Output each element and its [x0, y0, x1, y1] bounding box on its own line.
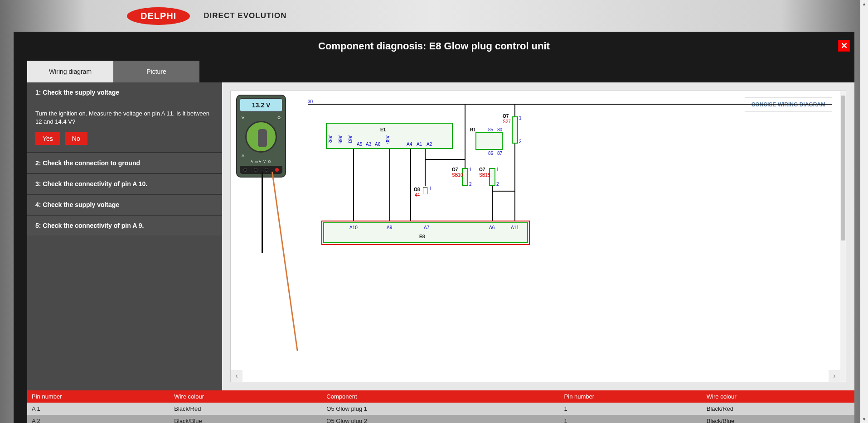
multimeter-ports: [240, 166, 282, 174]
table-cell: 1: [560, 415, 702, 423]
sch-sb10-1: 1: [469, 167, 472, 172]
sch-e8-a6: A6: [489, 225, 495, 230]
window-scrollbar[interactable]: ▲ ▼: [860, 0, 868, 423]
sch-rail-line: [308, 104, 832, 105]
sch-r1-87: 87: [497, 151, 502, 156]
sch-o8: O8: [414, 187, 420, 192]
sch-v-7: [514, 104, 515, 116]
step-1[interactable]: 1: Check the supply voltage: [27, 82, 222, 102]
mm-ohm-label: Ω: [277, 115, 281, 120]
tab-picture[interactable]: Picture: [113, 61, 199, 82]
sch-e8-a7: A7: [424, 225, 429, 230]
sch-o7-sb15: O7: [479, 167, 485, 172]
sch-e1-a2: A2: [427, 142, 432, 147]
sch-o8-sym: [423, 187, 427, 194]
th-wire2: Wire colour: [702, 390, 854, 403]
sch-h-2: [492, 191, 515, 192]
mm-port-com: [265, 168, 268, 172]
sch-e1-a92: A92: [328, 135, 333, 144]
diagram-vertical-scrollbar[interactable]: [840, 91, 846, 382]
table-cell: Black/Red: [702, 403, 854, 415]
sch-e1-a30: A30: [385, 135, 390, 144]
sch-e1-a6: A6: [375, 142, 380, 147]
tabs: Wiring diagram Picture: [27, 61, 854, 82]
page-title: Component diagnosis: E8 Glow plug contro…: [318, 40, 550, 52]
mm-port-ma: [254, 168, 257, 172]
sch-r1-85: 85: [488, 127, 493, 132]
sch-e1-a4: A4: [407, 142, 412, 147]
sch-v-1: [353, 149, 354, 222]
sch-o7-1: O7: [503, 114, 509, 119]
table-row[interactable]: A 2Black/BlueO5 Glow plug 21Black/Blue: [27, 415, 854, 423]
scroll-track[interactable]: [860, 8, 868, 415]
multimeter-reading: 13.2 V: [240, 98, 282, 112]
multimeter-mode-labels: V Ω: [240, 115, 282, 121]
scroll-up-icon[interactable]: ▲: [860, 0, 868, 8]
sch-o8-1: 1: [429, 186, 432, 191]
table-row[interactable]: A 1Black/RedO5 Glow plug 11Black/Red: [27, 403, 854, 415]
table-cell: A 2: [27, 415, 170, 423]
table-cell: Black/Blue: [702, 415, 854, 423]
sch-e8-a10: A10: [349, 225, 358, 230]
scroll-down-icon[interactable]: ▼: [860, 415, 868, 423]
step-1-question: Turn the ignition on. Measure the voltag…: [35, 110, 214, 126]
th-pin2: Pin number: [560, 390, 702, 403]
diagram-scroll-left[interactable]: ‹: [231, 370, 242, 382]
sch-e8-a9: A9: [387, 225, 392, 230]
sch-sb15-2: 2: [496, 182, 499, 187]
sch-s27: S27: [503, 119, 511, 124]
step-2[interactable]: 2: Check the connection to ground: [27, 152, 222, 173]
sch-v-2: [389, 149, 390, 222]
wiring-schematic[interactable]: 30 E1 A92 A69 A61 A5 A3 A6 A30 A4 A1 A2 …: [308, 100, 832, 254]
sch-o8-44: 44: [415, 192, 420, 197]
tab-wiring-diagram[interactable]: Wiring diagram: [27, 61, 113, 82]
content: 1: Check the supply voltage Turn the ign…: [27, 82, 854, 390]
close-button[interactable]: ✕: [838, 40, 850, 52]
sch-r1-86: 86: [488, 151, 493, 156]
sch-v-8: [465, 104, 466, 168]
sch-h-1: [425, 159, 466, 160]
multimeter: 13.2 V V Ω A A mA V Ω: [236, 95, 286, 178]
step-3[interactable]: 3: Check the connectivity of pin A 10.: [27, 173, 222, 194]
diagram-scroll-right[interactable]: ›: [829, 370, 840, 382]
mm-port-labels: A mA V Ω: [240, 159, 282, 164]
sch-r1-label: R1: [470, 127, 476, 132]
multimeter-a-label: A: [240, 153, 282, 159]
sch-s27-1: 1: [519, 115, 522, 120]
sch-e1-a3: A3: [366, 142, 371, 147]
mm-port-a: [243, 168, 247, 172]
step-5[interactable]: 5: Check the connectivity of pin A 9.: [27, 215, 222, 236]
table-cell: 1: [560, 403, 702, 415]
no-button[interactable]: No: [65, 132, 87, 145]
sch-sb15-1: 1: [496, 167, 499, 172]
mm-port-v: [275, 168, 279, 172]
header: DELPHI DIRECT EVOLUTION: [0, 0, 868, 32]
sch-o7-s27-box: [512, 116, 518, 144]
table-cell: Black/Blue: [170, 415, 322, 423]
diagram-panel: CONCISE WIRING DIAGRAM 13.2 V V Ω A A mA…: [230, 91, 846, 382]
sch-s27-2: 2: [519, 139, 522, 144]
probe-red: [272, 172, 298, 351]
th-component: Component: [322, 390, 559, 403]
pin-table: Pin number Wire colour Component Pin num…: [27, 390, 854, 423]
multimeter-dial[interactable]: [245, 121, 277, 153]
title-row: Component diagnosis: E8 Glow plug contro…: [14, 32, 854, 61]
diagram-scroll-thumb[interactable]: [841, 96, 845, 240]
sch-sb10-2: 2: [469, 182, 472, 187]
yes-button[interactable]: Yes: [35, 132, 60, 145]
sch-e1-a69: A69: [338, 135, 343, 144]
sch-v-3: [410, 149, 411, 222]
sch-e1-label: E1: [380, 127, 386, 132]
sch-e1-a61: A61: [348, 135, 353, 144]
step-sidebar: 1: Check the supply voltage Turn the ign…: [27, 82, 222, 390]
sch-sb10: SB10: [452, 173, 463, 178]
main-panel: Component diagnosis: E8 Glow plug contro…: [14, 32, 854, 423]
sch-o7-sb10: O7: [452, 167, 458, 172]
sch-e1-a5: A5: [357, 142, 362, 147]
step-4[interactable]: 4: Check the supply voltage: [27, 194, 222, 215]
table-cell: A 1: [27, 403, 170, 415]
close-icon: ✕: [841, 41, 848, 51]
multimeter-body: 13.2 V V Ω A A mA V Ω: [236, 95, 286, 178]
sch-v-4: [425, 149, 426, 186]
sch-e1-a1: A1: [417, 142, 422, 147]
